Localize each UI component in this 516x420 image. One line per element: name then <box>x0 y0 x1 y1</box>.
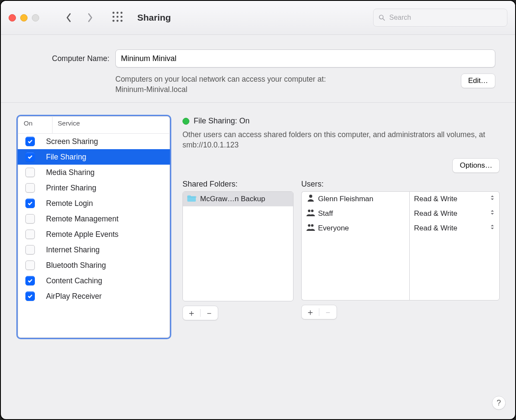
computer-name-description: Computers on your local network can acce… <box>115 74 326 95</box>
shared-folder-row[interactable]: McGraw…n Backup <box>183 192 293 206</box>
svg-point-6 <box>112 20 114 22</box>
help-button[interactable]: ? <box>492 396 506 410</box>
stepper-icon[interactable] <box>490 224 495 233</box>
service-row[interactable]: Screen Sharing <box>18 134 170 149</box>
show-all-preferences-button[interactable] <box>111 11 124 25</box>
svg-point-14 <box>308 224 311 227</box>
service-status-label: File Sharing: On <box>194 116 250 126</box>
service-label: Printer Sharing <box>46 184 96 193</box>
computer-name-label: Computer Name: <box>21 54 109 63</box>
services-list[interactable]: On Service Screen SharingFile SharingMed… <box>16 115 171 339</box>
users-list[interactable]: Glenn FleishmanStaffEveryone <box>301 191 409 300</box>
stepper-icon[interactable] <box>490 209 495 218</box>
add-folder-button[interactable]: ＋ <box>183 306 200 320</box>
page-title: Sharing <box>137 12 171 23</box>
svg-point-1 <box>117 12 119 14</box>
permission-value: Read & Write <box>414 224 457 233</box>
services-header-service: Service <box>53 116 170 133</box>
group-icon <box>306 223 318 233</box>
sharing-preferences-window: Sharing Computer Name: Computers on your… <box>0 0 516 420</box>
user-name: Staff <box>318 209 333 218</box>
computer-name-field[interactable] <box>115 49 495 67</box>
user-row[interactable]: Staff <box>302 206 409 221</box>
svg-point-3 <box>112 16 114 18</box>
service-checkbox[interactable] <box>25 245 35 254</box>
svg-point-13 <box>311 210 314 212</box>
service-label: Bluetooth Sharing <box>46 261 106 270</box>
options-button[interactable]: Options… <box>452 158 500 173</box>
svg-line-10 <box>383 18 385 20</box>
permission-value: Read & Write <box>414 195 457 203</box>
service-label: File Sharing <box>46 153 86 162</box>
service-checkbox[interactable] <box>25 152 35 162</box>
window-toolbar: Sharing <box>1 1 515 35</box>
svg-point-8 <box>121 20 123 22</box>
remove-user-button: － <box>319 305 337 319</box>
service-checkbox[interactable] <box>25 214 35 224</box>
shared-folders-buttons: ＋ － <box>182 306 218 320</box>
close-window-button[interactable] <box>9 14 16 21</box>
svg-point-5 <box>121 16 123 18</box>
service-row[interactable]: Media Sharing <box>18 165 170 180</box>
svg-point-15 <box>311 224 314 227</box>
zoom-window-button[interactable] <box>32 14 39 21</box>
remove-folder-button[interactable]: － <box>201 306 218 320</box>
service-row[interactable]: Content Caching <box>18 273 170 288</box>
search-field[interactable] <box>373 9 507 27</box>
svg-point-7 <box>117 20 119 22</box>
folder-icon <box>187 194 200 204</box>
service-checkbox[interactable] <box>25 168 35 177</box>
svg-point-12 <box>308 210 311 212</box>
services-header-on: On <box>18 116 53 133</box>
service-label: AirPlay Receiver <box>46 292 102 301</box>
shared-folders-title: Shared Folders: <box>182 180 294 189</box>
service-checkbox[interactable] <box>25 276 35 285</box>
service-row[interactable]: Remote Management <box>18 211 170 227</box>
status-indicator-icon <box>182 118 189 125</box>
add-user-button[interactable]: ＋ <box>302 305 319 319</box>
permission-row[interactable]: Read & Write <box>410 206 499 221</box>
service-label: Media Sharing <box>46 168 95 177</box>
service-label: Remote Login <box>46 199 93 208</box>
service-row[interactable]: Remote Login <box>18 196 170 211</box>
group-icon <box>306 208 318 218</box>
shared-folder-name: McGraw…n Backup <box>200 195 265 203</box>
search-input[interactable] <box>389 13 502 22</box>
svg-point-4 <box>117 16 119 18</box>
service-status-description: Other users can access shared folders on… <box>182 130 500 150</box>
permission-row[interactable]: Read & Write <box>410 192 499 206</box>
service-detail: File Sharing: On Other users can access … <box>182 115 500 407</box>
service-row[interactable]: Internet Sharing <box>18 242 170 258</box>
user-row[interactable]: Glenn Fleishman <box>302 192 409 206</box>
service-checkbox[interactable] <box>25 230 35 239</box>
service-checkbox[interactable] <box>25 137 35 146</box>
permissions-list[interactable]: Read & WriteRead & WriteRead & Write <box>409 191 500 300</box>
user-name: Glenn Fleishman <box>318 195 374 203</box>
service-row[interactable]: Printer Sharing <box>18 180 170 196</box>
shared-folders-list[interactable]: McGraw…n Backup <box>182 191 294 301</box>
back-button[interactable] <box>61 10 76 25</box>
svg-point-2 <box>121 12 123 14</box>
edit-hostname-button[interactable]: Edit… <box>461 74 495 88</box>
permission-row[interactable]: Read & Write <box>410 221 499 236</box>
service-label: Internet Sharing <box>46 245 100 254</box>
users-buttons: ＋ － <box>301 305 337 319</box>
service-row[interactable]: File Sharing <box>18 149 170 165</box>
permission-value: Read & Write <box>414 209 457 218</box>
search-icon <box>379 14 385 21</box>
users-title: Users: <box>301 180 500 189</box>
service-checkbox[interactable] <box>25 199 35 208</box>
service-label: Content Caching <box>46 276 102 285</box>
service-checkbox[interactable] <box>25 291 35 301</box>
service-row[interactable]: Bluetooth Sharing <box>18 258 170 273</box>
service-checkbox[interactable] <box>25 261 35 270</box>
service-checkbox[interactable] <box>25 183 35 193</box>
service-label: Remote Apple Events <box>46 230 118 239</box>
service-row[interactable]: Remote Apple Events <box>18 227 170 242</box>
minimize-window-button[interactable] <box>20 14 28 21</box>
person-icon <box>306 194 318 204</box>
stepper-icon[interactable] <box>490 194 495 203</box>
shared-folders-column: Shared Folders: McGraw…n Backup ＋ － <box>182 180 294 408</box>
user-row[interactable]: Everyone <box>302 221 409 236</box>
service-row[interactable]: AirPlay Receiver <box>18 288 170 304</box>
